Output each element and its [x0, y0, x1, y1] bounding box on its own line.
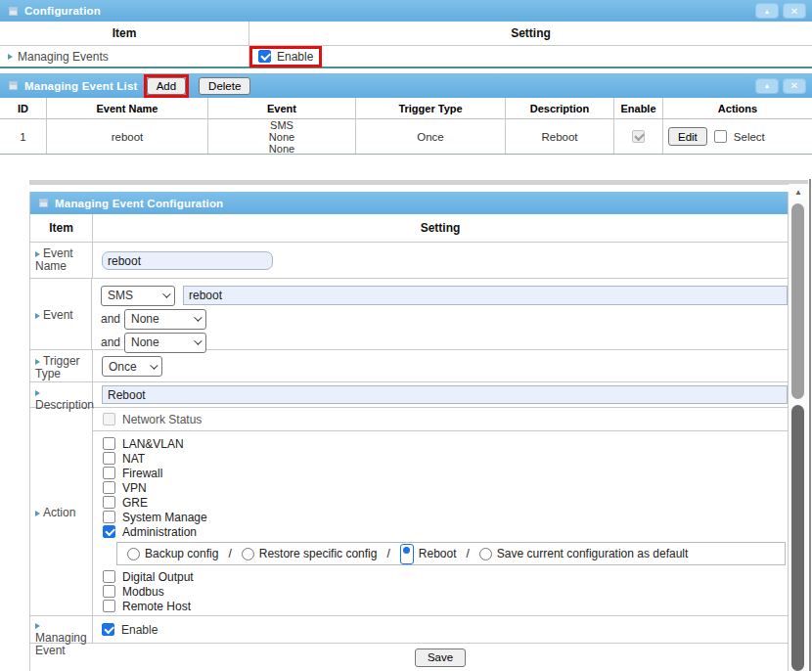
event-and-select-1[interactable]: None [124, 309, 206, 330]
and-label: and [101, 312, 124, 326]
restore-specific-config-label: Restore specific config [259, 547, 378, 560]
bullet-arrow-icon [35, 313, 40, 319]
system-manage-label: System Manage [122, 511, 207, 524]
window-scrollbar-edge [809, 179, 811, 671]
bullet-arrow-icon [35, 359, 40, 365]
divider [29, 180, 808, 185]
close-icon[interactable]: ✕ [783, 3, 806, 19]
modbus-checkbox[interactable] [103, 585, 115, 598]
col-event-name: Event Name [47, 98, 208, 118]
panel-title: Managing Event List [24, 80, 138, 92]
administration-checkbox[interactable] [103, 525, 115, 538]
gre-label: GRE [122, 496, 148, 510]
enable-label: Enable [121, 623, 158, 637]
managing-event-row: Managing Event Enable [30, 616, 788, 644]
vpn-label: VPN [122, 481, 147, 495]
remote-host-label: Remote Host [122, 600, 191, 613]
panel-title: Configuration [24, 5, 101, 17]
firewall-label: Firewall [122, 467, 162, 480]
managing-event-enable-checkbox[interactable] [102, 623, 114, 636]
select-checkbox[interactable] [714, 130, 727, 143]
cell-id: 1 [0, 119, 47, 154]
managing-events-enable-checkbox[interactable] [258, 50, 271, 63]
nat-checkbox[interactable] [103, 452, 115, 465]
trigger-type-label: Trigger Type [35, 354, 80, 380]
col-actions: Actions [663, 98, 812, 118]
collapse-icon[interactable]: ▲ [755, 78, 779, 94]
row-enable-checkbox [632, 130, 645, 143]
select-label: Select [734, 131, 765, 143]
panel-icon [9, 7, 18, 16]
event-value-input[interactable]: reboot [183, 286, 788, 305]
column-header-item: Item [30, 214, 93, 242]
reboot-radio[interactable] [400, 544, 414, 564]
scrollbar-thumb[interactable] [791, 203, 804, 399]
panel-title: Managing Event Configuration [55, 198, 223, 209]
action-label: Action [43, 507, 75, 519]
lan-vlan-label: LAN&VLAN [122, 437, 184, 451]
trigger-type-select[interactable]: Once [102, 356, 162, 377]
managing-event-configuration-panel: Managing Event Configuration Item Settin… [29, 192, 789, 671]
save-row: Save [30, 644, 788, 671]
reboot-label: Reboot [419, 547, 457, 560]
network-status-checkbox [103, 413, 115, 425]
col-id: ID [0, 98, 47, 118]
chevron-down-icon [162, 290, 170, 297]
configuration-panel: Configuration ▲ ✕ Item Setting Managing … [0, 0, 812, 68]
scrollbar-thumb[interactable] [791, 405, 804, 671]
close-icon[interactable]: ✕ [783, 78, 806, 94]
event-label: Event [43, 309, 73, 322]
col-description: Description [506, 98, 614, 118]
col-event: Event [208, 98, 356, 118]
edit-button[interactable]: Edit [668, 127, 707, 146]
save-button[interactable]: Save [415, 649, 466, 667]
action-row: Action Network Status LAN&VLAN NAT Firew… [30, 408, 788, 616]
chevron-down-icon [150, 361, 158, 369]
bullet-arrow-icon [35, 390, 40, 396]
remote-host-checkbox[interactable] [103, 600, 115, 612]
add-button[interactable]: Add [147, 77, 186, 95]
description-row: Description Reboot [30, 382, 788, 408]
event-row: Event SMS reboot and None and None [30, 279, 788, 350]
digital-output-label: Digital Output [122, 570, 194, 584]
save-default-radio[interactable] [479, 548, 492, 560]
restore-specific-config-radio[interactable] [242, 548, 254, 560]
delete-button[interactable]: Delete [199, 77, 250, 95]
system-manage-checkbox[interactable] [103, 511, 115, 523]
configuration-header: Configuration ▲ ✕ [0, 0, 812, 22]
highlight-box-add: Add [144, 74, 189, 98]
save-default-label: Save current configuration as default [497, 547, 688, 560]
bullet-arrow-icon [8, 54, 13, 60]
chevron-down-icon [194, 336, 202, 344]
managing-event-list-header: Managing Event List Add Delete ▲ ✕ [0, 73, 812, 98]
chevron-down-icon [194, 313, 202, 321]
administration-options-group: Backup config / Restore specific config … [116, 542, 786, 565]
table-row: 1 reboot SMS None None Once Reboot Edit … [0, 119, 812, 155]
panel-icon [9, 81, 18, 90]
event-type-select[interactable]: SMS [101, 286, 175, 306]
enable-label: Enable [277, 50, 313, 64]
vertical-scrollbar[interactable]: ▲ [789, 184, 808, 671]
gre-checkbox[interactable] [103, 496, 115, 509]
scroll-up-icon[interactable]: ▲ [789, 184, 807, 200]
network-status-label: Network Status [122, 413, 202, 426]
nat-label: NAT [122, 452, 145, 466]
backup-config-label: Backup config [145, 547, 218, 560]
backup-config-radio[interactable] [127, 548, 140, 560]
administration-label: Administration [122, 525, 197, 539]
col-enable: Enable [614, 98, 663, 118]
event-name-row: Event Name reboot [30, 243, 788, 279]
firewall-checkbox[interactable] [103, 467, 115, 479]
column-header-setting: Setting [249, 22, 812, 45]
vpn-checkbox[interactable] [103, 481, 115, 494]
lan-vlan-checkbox[interactable] [103, 437, 115, 450]
separator: / [228, 547, 231, 560]
digital-output-checkbox[interactable] [103, 570, 115, 583]
event-name-input[interactable]: reboot [102, 251, 273, 270]
collapse-icon[interactable]: ▲ [755, 3, 779, 19]
bullet-arrow-icon [35, 251, 40, 257]
cell-description: Reboot [506, 119, 614, 154]
description-input[interactable]: Reboot [102, 385, 788, 404]
column-header-item: Item [0, 22, 249, 45]
and-label: and [101, 336, 124, 349]
